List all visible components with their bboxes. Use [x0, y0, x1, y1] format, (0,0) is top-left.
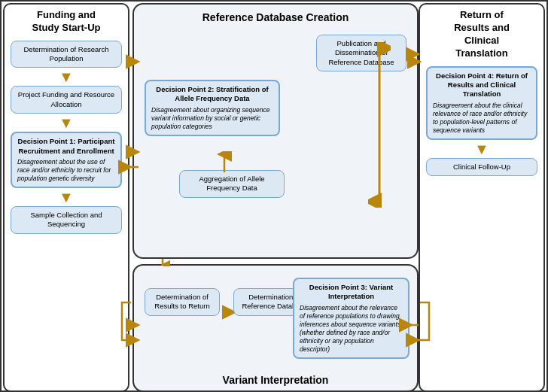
det-results-box: Determination of Results to Return	[145, 288, 220, 316]
clinical-followup-box: Clinical Follow-Up	[426, 158, 537, 176]
variant-interp-panel: Variant Interpretation Determination of …	[132, 264, 419, 392]
left-panel: Funding andStudy Start-Up Determination …	[3, 3, 129, 392]
variant-interp-title: Variant Interpretation	[134, 374, 417, 386]
det-research-label: Determination of Research Population	[24, 45, 109, 62]
left-panel-title: Funding andStudy Start-Up	[9, 9, 123, 35]
decision1-title: Decision Point 1: Participant Recruitmen…	[17, 137, 115, 156]
det-results-label: Determination of Results to Return	[154, 293, 209, 310]
arrow-down-center-left	[155, 257, 170, 266]
right-panel-title: Return ofResults andClinicalTranslation	[425, 9, 539, 60]
decision3-italic: Disagreement about the relevance of refe…	[300, 304, 403, 354]
decision2-italic: Disagreement about organizing sequence v…	[151, 106, 273, 131]
main-container: Funding andStudy Start-Up Determination …	[0, 0, 548, 392]
decision1-box: Decision Point 1: Participant Recruitmen…	[11, 132, 122, 188]
pub-box: Publication and Dissemination of Referen…	[316, 35, 406, 71]
ref-db-title: Reference Database Creation	[134, 11, 417, 24]
left-items: Determination of Research Population ▼ P…	[9, 41, 123, 234]
project-funding-box: Project Funding and Resource Allocation	[11, 86, 122, 114]
decision3-title: Decision Point 3: Variant Interpretation	[300, 283, 403, 302]
decision4-box: Decision Point 4: Return of Results and …	[426, 66, 537, 140]
arrow-down-4: ▼	[474, 141, 489, 156]
det-research-box: Determination of Research Population	[11, 41, 122, 68]
decision4-italic: Disagreement about the clinical relevanc…	[433, 102, 531, 135]
decision3-box: Decision Point 3: Variant Interpretation…	[293, 278, 409, 359]
decision1-italic: Disagreement about the use of race and/o…	[17, 158, 115, 183]
project-funding-label: Project Funding and Resource Allocation	[18, 90, 114, 108]
clinical-followup-label: Clinical Follow-Up	[453, 163, 510, 171]
decision2-box: Decision Point 2: Stratification of Alle…	[145, 80, 280, 136]
center-area: Reference Database Creation Publication …	[132, 3, 419, 392]
arrow-down-2: ▼	[59, 115, 74, 130]
arrow-down-3: ▼	[59, 190, 74, 205]
right-items: Decision Point 4: Return of Results and …	[425, 66, 539, 177]
decision4-title: Decision Point 4: Return of Results and …	[433, 71, 531, 99]
big-v-arrow	[368, 42, 391, 208]
arrow-down-1: ▼	[59, 69, 74, 84]
aggregation-label: Aggregation of Allele Frequency Data	[199, 175, 264, 192]
right-panel: Return ofResults andClinicalTranslation …	[419, 3, 545, 392]
aggregation-box: Aggregation of Allele Frequency Data	[179, 170, 285, 198]
sample-collection-label: Sample Collection and Sequencing	[30, 211, 102, 228]
decision2-title: Decision Point 2: Stratification of Alle…	[151, 85, 273, 104]
sample-collection-box: Sample Collection and Sequencing	[11, 206, 122, 234]
arrow-up-agg	[209, 151, 239, 174]
ref-db-creation-panel: Reference Database Creation Publication …	[132, 3, 419, 259]
